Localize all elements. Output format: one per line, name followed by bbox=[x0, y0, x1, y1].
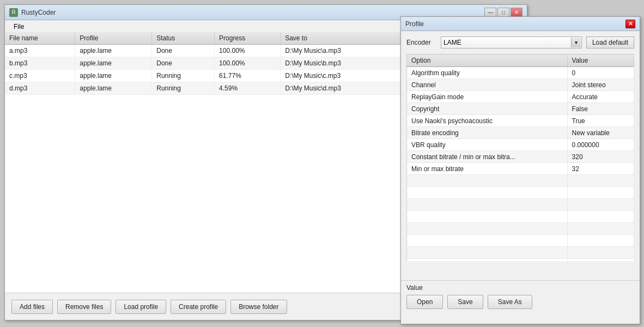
file-cell-filename: b.mp3 bbox=[5, 57, 75, 70]
app-title: RustyCoder bbox=[21, 9, 56, 16]
file-cell-profile: apple.lame bbox=[75, 82, 152, 95]
options-cell-value: Accurate bbox=[567, 91, 634, 103]
create-profile-button[interactable]: Create profile bbox=[171, 300, 226, 314]
options-table-row[interactable] bbox=[407, 199, 634, 211]
file-table: File name Profile Status Progress Save t… bbox=[5, 32, 402, 95]
options-table-row[interactable] bbox=[407, 259, 634, 262]
file-cell-progress: 100.00% bbox=[215, 57, 281, 70]
options-cell-option bbox=[407, 211, 568, 223]
profile-panel: Profile ✕ Encoder LAME ▼ Load default Op… bbox=[400, 16, 640, 324]
remove-files-button[interactable]: Remove files bbox=[57, 300, 111, 314]
file-menu[interactable]: File bbox=[9, 22, 28, 32]
file-cell-saveto: D:\My Music\a.mp3 bbox=[281, 45, 402, 57]
minimize-button[interactable]: — bbox=[484, 8, 496, 17]
file-cell-status: Done bbox=[152, 57, 215, 70]
window-controls: — □ ✕ bbox=[484, 8, 523, 17]
options-cell-value: True bbox=[567, 115, 634, 127]
bottom-bar: Add files Remove files Load profile Crea… bbox=[5, 293, 403, 320]
options-cell-value bbox=[567, 223, 634, 235]
options-table-row[interactable] bbox=[407, 187, 634, 199]
options-table-row[interactable] bbox=[407, 235, 634, 247]
options-table-row[interactable]: Use Naoki's psychoacousticTrue bbox=[407, 115, 634, 127]
options-cell-value bbox=[567, 259, 634, 262]
options-cell-value: New variable bbox=[567, 127, 634, 139]
file-table-row[interactable]: d.mp3apple.lameRunning4.59%D:\My Music\d… bbox=[5, 82, 402, 95]
value-label: Value bbox=[406, 284, 634, 292]
options-cell-value bbox=[567, 211, 634, 223]
options-table-row[interactable] bbox=[407, 247, 634, 259]
options-table-row[interactable]: Constant bitrate / min or max bitra...32… bbox=[407, 151, 634, 163]
options-cell-option: Use Naoki's psychoacoustic bbox=[407, 115, 568, 127]
file-cell-filename: a.mp3 bbox=[5, 45, 75, 57]
options-cell-option bbox=[407, 235, 568, 247]
encoder-row: Encoder LAME ▼ Load default bbox=[406, 37, 634, 49]
value-bar: Value Open Save Save As bbox=[401, 280, 640, 324]
file-cell-profile: apple.lame bbox=[75, 70, 152, 82]
app-icon: R bbox=[9, 8, 18, 17]
file-cell-saveto: D:\My Music\b.mp3 bbox=[281, 57, 402, 70]
col-header-status: Status bbox=[152, 32, 215, 45]
options-scroll-area: Option Value Algorithm quality0ChannelJo… bbox=[406, 54, 634, 261]
file-table-row[interactable]: b.mp3apple.lameDone100.00%D:\My Music\b.… bbox=[5, 57, 402, 70]
load-profile-button[interactable]: Load profile bbox=[116, 300, 166, 314]
file-cell-filename: d.mp3 bbox=[5, 82, 75, 95]
open-button[interactable]: Open bbox=[406, 295, 443, 309]
close-button[interactable]: ✕ bbox=[511, 8, 523, 17]
options-table-row[interactable] bbox=[407, 223, 634, 235]
options-cell-value bbox=[567, 175, 634, 187]
file-cell-saveto: D:\My Music\c.mp3 bbox=[281, 70, 402, 82]
options-table-row[interactable]: Min or max bitrate32 bbox=[407, 163, 634, 175]
col-header-filename: File name bbox=[5, 32, 75, 45]
file-cell-filename: c.mp3 bbox=[5, 70, 75, 82]
save-button[interactable]: Save bbox=[447, 295, 483, 309]
options-table-row[interactable]: ReplayGain modeAccurate bbox=[407, 91, 634, 103]
options-table-row[interactable]: Algorithm quality0 bbox=[407, 67, 634, 79]
file-list-area: File name Profile Status Progress Save t… bbox=[5, 32, 403, 320]
profile-title-bar: Profile ✕ bbox=[401, 17, 640, 31]
file-cell-progress: 100.00% bbox=[215, 45, 281, 57]
options-col-header-option: Option bbox=[407, 55, 568, 67]
file-table-row[interactable]: a.mp3apple.lameDone100.00%D:\My Music\a.… bbox=[5, 45, 402, 57]
options-cell-value: 0.000000 bbox=[567, 139, 634, 151]
options-table-row[interactable]: CopyrightFalse bbox=[407, 103, 634, 115]
options-table-row[interactable]: ChannelJoint stereo bbox=[407, 79, 634, 91]
options-cell-option: Constant bitrate / min or max bitra... bbox=[407, 151, 568, 163]
options-cell-value: 320 bbox=[567, 151, 634, 163]
file-cell-status: Running bbox=[152, 70, 215, 82]
file-cell-status: Done bbox=[152, 45, 215, 57]
options-cell-value: False bbox=[567, 103, 634, 115]
options-cell-value: 32 bbox=[567, 163, 634, 175]
options-cell-option: Algorithm quality bbox=[407, 67, 568, 79]
encoder-label: Encoder bbox=[406, 39, 436, 46]
save-as-button[interactable]: Save As bbox=[488, 295, 532, 309]
col-header-progress: Progress bbox=[215, 32, 281, 45]
profile-content: Encoder LAME ▼ Load default Option Value bbox=[401, 31, 640, 267]
profile-close-button[interactable]: ✕ bbox=[625, 20, 635, 28]
maximize-button[interactable]: □ bbox=[497, 8, 509, 17]
options-cell-value: 0 bbox=[567, 67, 634, 79]
options-table-row[interactable]: Bitrate encodingNew variable bbox=[407, 127, 634, 139]
profile-title: Profile bbox=[405, 20, 424, 28]
options-table-row[interactable]: VBR quality0.000000 bbox=[407, 139, 634, 151]
options-cell-option: VBR quality bbox=[407, 139, 568, 151]
title-bar-left: R RustyCoder bbox=[9, 8, 56, 17]
file-cell-profile: apple.lame bbox=[75, 45, 152, 57]
file-cell-progress: 4.59% bbox=[215, 82, 281, 95]
file-table-row[interactable]: c.mp3apple.lameRunning61.77%D:\My Music\… bbox=[5, 70, 402, 82]
options-table-row[interactable] bbox=[407, 175, 634, 187]
add-files-button[interactable]: Add files bbox=[11, 300, 53, 314]
options-cell-option: Copyright bbox=[407, 103, 568, 115]
load-default-button[interactable]: Load default bbox=[586, 37, 634, 49]
options-cell-option bbox=[407, 259, 568, 262]
options-cell-option bbox=[407, 187, 568, 199]
options-table-row[interactable] bbox=[407, 211, 634, 223]
file-cell-saveto: D:\My Music\d.mp3 bbox=[281, 82, 402, 95]
options-cell-option: Min or max bitrate bbox=[407, 163, 568, 175]
options-cell-option: Bitrate encoding bbox=[407, 127, 568, 139]
encoder-select[interactable]: LAME bbox=[441, 37, 582, 49]
col-header-profile: Profile bbox=[75, 32, 152, 45]
file-cell-status: Running bbox=[152, 82, 215, 95]
options-cell-option: ReplayGain mode bbox=[407, 91, 568, 103]
options-cell-option: Channel bbox=[407, 79, 568, 91]
browse-folder-button[interactable]: Browse folder bbox=[230, 300, 287, 314]
